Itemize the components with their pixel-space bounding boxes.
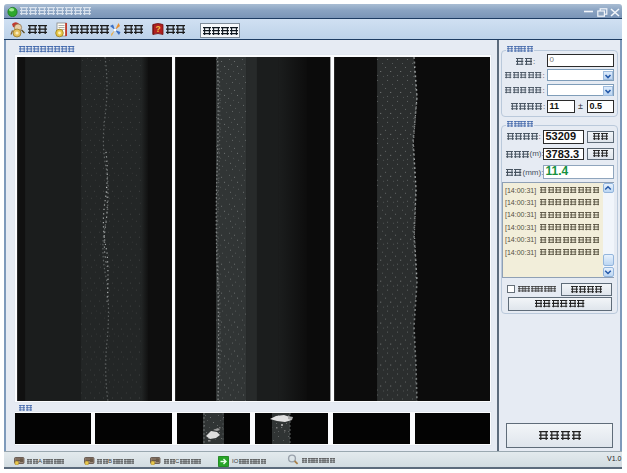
svg-text:?: ?	[156, 24, 161, 34]
